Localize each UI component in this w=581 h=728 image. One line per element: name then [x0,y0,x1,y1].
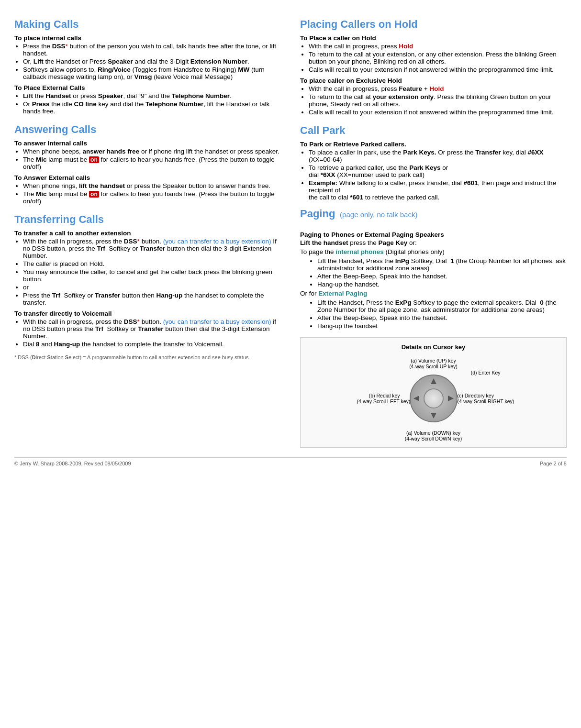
list-item: Lift the Handset or press Speaker, dial … [23,92,281,99]
park-retrieve-list: To place a caller in park, use the Park … [309,149,567,201]
label-enter: (d) Enter Key [471,370,501,375]
list-item: To return to the call at your extension,… [309,51,567,65]
right-column: Placing Callers on Hold To Place a calle… [300,10,567,448]
paging-title: Paging [300,208,335,220]
place-internal-label: To place internal calls [14,34,281,42]
list-item: The Mic lamp must be on for callers to h… [23,190,281,205]
list-item: Hang-up the handset. [317,281,567,288]
list-item: When phone rings, lift the handset or pr… [23,182,281,189]
transfer-voicemail-list: With the call in progress, press the DSS… [23,318,281,348]
hold-highlight: Hold [399,43,413,50]
list-item: The caller is placed on Hold. [23,260,281,267]
list-item: With the call in progress, press Feature… [309,85,567,92]
list-item: The Mic lamp must be on for callers to h… [23,156,281,170]
placing-on-hold-section: Placing Callers on Hold To Place a calle… [300,18,567,116]
cursor-key-diagram: Details on Cursor key (a) Volume (UP) ke… [300,337,567,448]
or-external-text: Or for External Paging [300,290,567,297]
answer-external-label: To Answer External calls [14,174,281,181]
place-internal-list: Press the DSS* button of the person you … [23,43,281,80]
list-item: With the call in progress, press Hold [309,43,567,50]
transfer-extension-list: With the call in progress, press the DSS… [23,238,281,306]
list-item: Press the DSS* button of the person you … [23,43,281,57]
diagram-title: Details on Cursor key [306,343,560,351]
label-bottom-main: (a) Volume (DOWN) key [405,430,462,436]
svg-marker-3 [448,396,454,401]
label-right-main: (c) Directory key [458,393,510,398]
label-top-sub: (4-way Scroll UP key) [409,364,458,369]
paging-phones-label: Paging to Phones or External Paging Spea… [300,231,567,238]
label-bottom-sub: (4-way Scroll DOWN key) [405,436,462,441]
label-volume-down: (a) Volume (DOWN) key (4-way Scroll DOWN… [405,430,462,441]
copyright-text: © Jerry W. Sharp 2008-2009, Revised 08/0… [14,461,131,466]
list-item: or [23,284,281,291]
transferring-calls-section: Transferring Calls To transfer a call to… [14,213,281,348]
list-item: To return to the call at your extension … [309,93,567,108]
asterisk: * [137,238,140,245]
label-redial: (b) Redial key (4-way Scroll LEFT key) [357,393,400,404]
dial-diagram: (a) Volume (UP) key (4-way Scroll UP key… [357,355,510,441]
label-top-main: (a) Volume (UP) key [409,358,458,364]
highlight-text: (you can transfer to a busy extension) [163,318,271,325]
list-item: Press the Trf Softkey or Transfer button… [23,292,281,306]
page-number: Page 2 of 8 [540,461,567,466]
transfer-voicemail-label: To transfer directly to Voicemail [14,310,281,317]
place-external-list: Lift the Handset or press Speaker, dial … [23,92,281,115]
external-paging-list: Lift the Handset, Press the ExPg Softkey… [317,299,567,330]
asterisk: * [137,318,140,325]
label-left-sub: (4-way Scroll LEFT key) [357,398,400,404]
list-item: Calls will recall to your extension if n… [309,109,567,116]
making-calls-section: Making Calls To place internal calls Pre… [14,18,281,115]
answering-calls-title: Answering Calls [14,123,281,136]
list-item: With the call in progress, press the DSS… [23,318,281,340]
list-item: Dial 8 and Hang-up the handset to comple… [23,341,281,348]
on-badge: on [89,156,99,163]
asterisk: * [66,43,68,50]
list-item: Hang-up the handset [317,322,567,330]
park-retrieve-label: To Park or Retrieve Parked callers. [300,141,567,148]
to-page-text: To page the internal phones (Digital pho… [300,248,567,255]
making-calls-title: Making Calls [14,18,281,31]
highlight-text: (you can transfer to a busy extension) [163,238,271,245]
list-item: After the Beep-Beep, Speak into the hand… [317,314,567,321]
label-directory: (c) Directory key (4-way Scroll RIGHT ke… [458,393,510,404]
label-left-main: (b) Redial key [357,393,400,398]
exclusive-hold-label: To place caller on Exclusive Hold [300,77,567,84]
paging-section: Paging (page only, no talk back) Paging … [300,208,567,330]
list-item: With the call in progress, press the DSS… [23,238,281,259]
list-item: Or Press the idle CO line key and dial t… [23,100,281,115]
svg-marker-0 [431,378,436,384]
on-badge: on [89,191,99,198]
paging-subtitle: (page only, no talk back) [340,210,417,219]
list-item: Softkeys allow options to, Ring/Voice (T… [23,66,281,80]
answer-internal-label: To answer Internal calls [14,140,281,147]
left-column: Making Calls To place internal calls Pre… [14,10,281,448]
placing-on-hold-title: Placing Callers on Hold [300,18,567,31]
place-external-label: To Place External Calls [14,84,281,91]
footnote: * DSS (Direct Station Select) = A progra… [14,354,281,360]
internal-phones-highlight: internal phones [335,248,384,255]
place-caller-hold-list: With the call in progress, press Hold To… [309,43,567,73]
internal-paging-list: Lift the Handset, Press the InPg Softkey… [317,257,567,288]
list-item: After the Beep-Beep, Speak into the hand… [317,273,567,280]
label-right-sub: (4-way Scroll RIGHT key) [458,398,510,404]
list-item: Lift the Handset, Press the ExPg Softkey… [317,299,567,313]
list-item: You may announce the caller, to cancel a… [23,268,281,283]
call-park-title: Call Park [300,124,567,137]
list-item: Lift the Handset, Press the InPg Softkey… [317,257,567,272]
label-volume-up: (a) Volume (UP) key (4-way Scroll UP key… [409,358,458,369]
list-item: To place a caller in park, use the Park … [309,149,567,163]
answer-internal-list: When phone beeps, answer hands free or i… [23,148,281,170]
hold-highlight: Hold [430,85,444,92]
transferring-calls-title: Transferring Calls [14,213,281,226]
exclusive-hold-list: With the call in progress, press Feature… [309,85,567,116]
place-caller-hold-label: To Place a caller on Hold [300,34,567,42]
page-footer: © Jerry W. Sharp 2008-2009, Revised 08/0… [14,457,567,466]
dial-arrows [410,375,458,422]
answer-external-list: When phone rings, lift the handset or pr… [23,182,281,205]
answering-calls-section: Answering Calls To answer Internal calls… [14,123,281,205]
list-item: Or, Lift the Handset or Press Speaker an… [23,58,281,65]
list-item: When phone beeps, answer hands free or i… [23,148,281,155]
call-park-section: Call Park To Park or Retrieve Parked cal… [300,124,567,201]
list-item: Calls will recall to your extension if n… [309,66,567,73]
svg-marker-1 [431,413,436,419]
